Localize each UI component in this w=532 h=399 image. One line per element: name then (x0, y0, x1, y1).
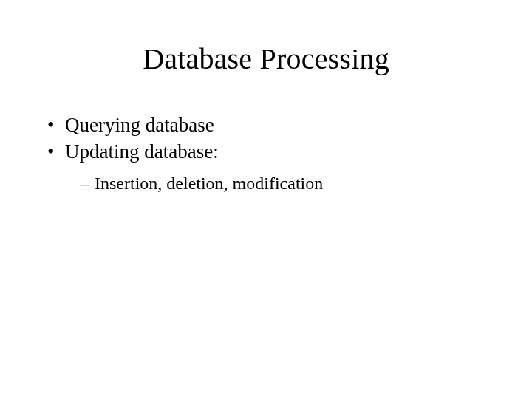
slide-title: Database Processing (0, 0, 532, 76)
bullet-item: Querying database (44, 112, 532, 138)
bullet-text: Updating database: (65, 140, 219, 163)
sub-bullet-item: Insertion, deletion, modification (44, 170, 532, 197)
slide-content: Querying database Updating database: Ins… (0, 76, 532, 197)
bullet-text: Querying database (65, 114, 214, 136)
bullet-item: Updating database: (44, 138, 532, 165)
sub-bullet-text: Insertion, deletion, modification (95, 174, 323, 193)
